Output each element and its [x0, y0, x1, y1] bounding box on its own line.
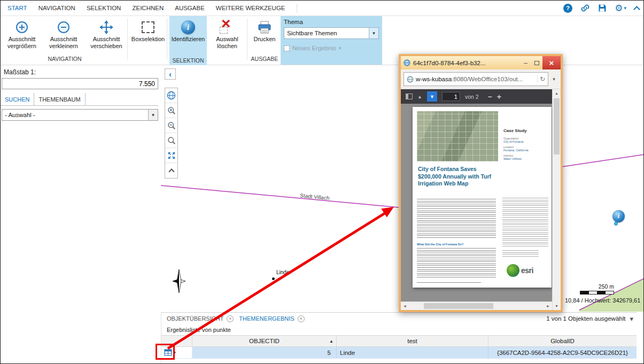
- horizontal-scroll-thumb[interactable]: [424, 303, 493, 309]
- tab-suchen[interactable]: SUCHEN: [1, 93, 34, 105]
- vertical-scroll-thumb[interactable]: [554, 98, 560, 154]
- zoom-window-tool-button[interactable]: [165, 133, 177, 148]
- previous-page-icon[interactable]: ▲: [417, 94, 422, 99]
- zoom-in-tool-button[interactable]: [165, 103, 177, 118]
- button-label: Drucken: [254, 36, 276, 43]
- scroll-up-icon[interactable]: ▲: [553, 89, 561, 97]
- scale-input[interactable]: [2, 78, 158, 89]
- coordinates-readout: 10,84 / Hochwert: 342679,61: [565, 297, 637, 304]
- next-page-icon[interactable]: ▼: [427, 91, 437, 102]
- map-point-marker: [272, 277, 275, 280]
- menu-icons: ? ⚙ ▾: [563, 3, 643, 13]
- scale-label: Maßstab 1:: [4, 68, 36, 76]
- menu-tab-selektion[interactable]: SELEKTION: [87, 5, 121, 11]
- caret-down-icon[interactable]: ▾: [148, 110, 158, 120]
- refresh-icon[interactable]: ↻: [537, 75, 545, 83]
- button-label: Ausschnitt: [50, 36, 77, 43]
- thema-group-panel: Thema Sichtbare Themen ▾ Neues Ergebnis …: [281, 16, 382, 65]
- box-selection-button[interactable]: Boxselektion: [130, 17, 166, 63]
- map-point-label: Linde: [276, 269, 289, 275]
- menu-tab-navigation[interactable]: NAVIGATION: [38, 5, 75, 11]
- magnifier-minus-icon: [167, 121, 176, 130]
- column-header-globalid[interactable]: GlobalID: [488, 336, 637, 346]
- tab-objektuebersicht[interactable]: OBJEKTÜBERSICHT ×: [167, 315, 234, 322]
- button-label: verkleinern: [49, 43, 78, 50]
- popup-title-bar[interactable]: 64c1f7d0-8784-4ef3-b32... – ×: [401, 56, 561, 69]
- settings-menu[interactable]: ⚙ ▾: [615, 4, 626, 13]
- meta-value: Water Utilities: [503, 157, 548, 160]
- ribbon-divider: [247, 18, 247, 60]
- thema-select-value: Sichtbare Themen: [284, 30, 369, 36]
- maximize-button[interactable]: [531, 56, 542, 69]
- save-icon[interactable]: [598, 4, 607, 12]
- sort-ascending-icon[interactable]: ▲: [329, 339, 333, 344]
- tab-themenbaum[interactable]: THEMENBAUM: [34, 93, 85, 105]
- tab-themenergebnis[interactable]: THEMENERGEBNIS ×: [239, 315, 304, 322]
- case-study-heading: Case Study: [503, 128, 548, 133]
- column-header-test[interactable]: test: [337, 336, 488, 346]
- tab-label: OBJEKTÜBERSICHT: [167, 315, 223, 322]
- full-extent-button[interactable]: [165, 148, 177, 163]
- menu-tab-weitere-werkzeuge[interactable]: WEITERE WERKZEUGE: [216, 5, 285, 11]
- meta-value: City of Fontana: [503, 140, 548, 143]
- text-lines-placeholder: [417, 248, 496, 278]
- map-tools-toolbar: [165, 88, 178, 179]
- column-header-objectid[interactable]: OBJECTID ▲: [192, 336, 337, 346]
- zoom-out-tool-button[interactable]: [165, 118, 177, 133]
- boundary-line: [562, 154, 644, 167]
- thema-select[interactable]: Sichtbare Themen ▾: [284, 27, 379, 39]
- address-input[interactable]: w-ws-kubasa :8080/WebOffice103/out... ↻: [404, 72, 548, 86]
- horizontal-scrollbar[interactable]: ◄ ►: [401, 301, 552, 310]
- scroll-left-icon[interactable]: ◄: [401, 302, 409, 310]
- zoom-out-icon[interactable]: −: [488, 92, 492, 101]
- scroll-right-icon[interactable]: ►: [544, 302, 552, 310]
- link-icon[interactable]: [580, 3, 590, 13]
- dropdown-value: - Auswahl -: [2, 112, 148, 118]
- search-selection-dropdown[interactable]: - Auswahl - ▾: [2, 109, 158, 121]
- close-tab-icon[interactable]: ×: [227, 315, 234, 322]
- menu-tab-start[interactable]: START: [7, 5, 27, 11]
- scroll-down-icon[interactable]: ▼: [553, 302, 561, 310]
- button-label: verschieben: [90, 43, 122, 50]
- scalebar: [580, 291, 614, 295]
- result-table-row[interactable]: ▾ 5 Linde {3667CA2D-9564-4258-A2C9-54DC9…: [161, 347, 637, 359]
- esri-logo-text: esri: [521, 266, 533, 275]
- pdf-page: Case Study Organization: City of Fontana…: [413, 107, 552, 288]
- overview-globe-button[interactable]: [165, 88, 177, 103]
- row-menu-caret-icon[interactable]: ▾: [174, 350, 176, 355]
- esri-logo: esri: [507, 264, 533, 277]
- collapse-ribbon-icon[interactable]: [633, 6, 640, 13]
- collapse-results-icon[interactable]: ▾: [630, 315, 633, 323]
- neues-ergebnis-label: Neues Ergebnis: [292, 45, 336, 51]
- globe-icon: [407, 76, 414, 83]
- report-popup-window: 64c1f7d0-8784-4ef3-b32... – × w-ws-kubas…: [399, 54, 563, 312]
- zoom-in-icon[interactable]: +: [497, 92, 501, 101]
- close-button[interactable]: ×: [542, 56, 561, 69]
- minimize-button[interactable]: –: [520, 56, 531, 69]
- clear-selection-button[interactable]: × Auswahl löschen: [209, 17, 245, 63]
- identify-button-active[interactable]: i Identifizieren SELEKTION: [169, 16, 207, 65]
- address-dropdown-caret-icon[interactable]: ▾: [550, 76, 558, 82]
- results-panel: OBJEKTÜBERSICHT × THEMENERGEBNIS × 1 von…: [161, 312, 637, 364]
- row-report-table-icon[interactable]: [164, 348, 172, 357]
- zoom-in-circle-icon: [15, 19, 29, 36]
- sidebar-toggle-icon[interactable]: [406, 94, 413, 99]
- table-header-row: OBJECTID ▲ test GlobalID: [161, 335, 637, 347]
- collapse-toolbar-button[interactable]: [165, 163, 177, 178]
- close-tab-icon[interactable]: ×: [298, 315, 305, 322]
- ribbon-divider: [127, 18, 128, 60]
- footer-line-placeholder: [417, 282, 481, 284]
- table-header-gutter: [161, 336, 192, 346]
- vertical-scrollbar[interactable]: ▲ ▼: [552, 89, 561, 310]
- menu-tab-ausgabe[interactable]: AUSGABE: [175, 5, 205, 11]
- caret-down-icon[interactable]: ▾: [369, 28, 378, 38]
- neues-ergebnis-button[interactable]: Neues Ergebnis ▾: [284, 45, 379, 51]
- cell-objectid: 5: [192, 347, 337, 359]
- aerial-photo: [417, 111, 498, 161]
- collapse-panel-button[interactable]: ‹: [165, 68, 176, 80]
- page-number-input[interactable]: 1: [442, 92, 460, 101]
- cell-globalid: {3667CA2D-9564-4258-A2C9-54DC9CE26D21}: [488, 347, 637, 359]
- help-icon[interactable]: ?: [563, 4, 572, 13]
- menu-tab-zeichnen[interactable]: ZEICHNEN: [132, 5, 164, 11]
- thema-label: Thema: [284, 19, 379, 25]
